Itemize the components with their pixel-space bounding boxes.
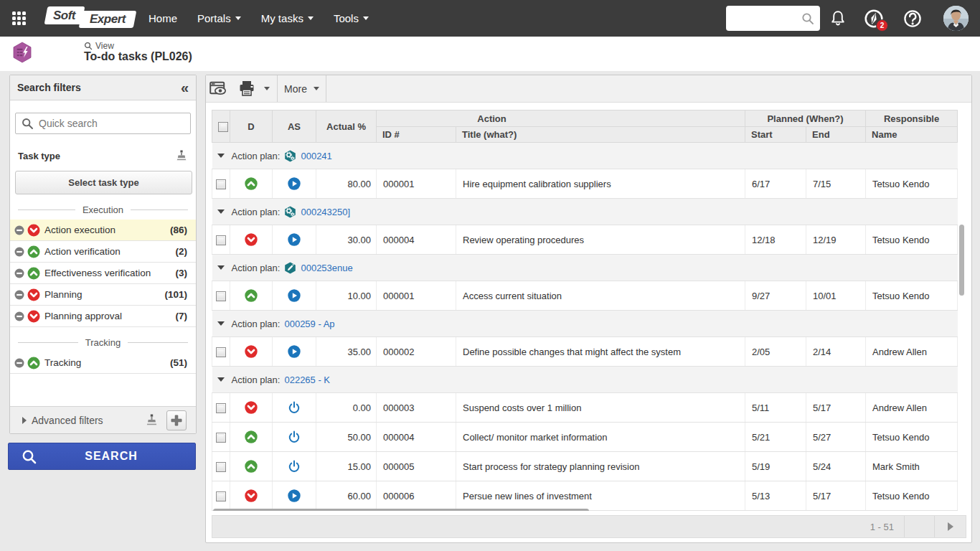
softexpert-logo[interactable]: Soft Expert xyxy=(44,6,136,31)
menu-tools[interactable]: Tools xyxy=(324,1,379,35)
chevron-down-icon xyxy=(314,87,319,90)
filter-item-effectiveness-verification[interactable]: Effectiveness verification (3) xyxy=(10,263,196,284)
collapse-sidebar-button[interactable]: « xyxy=(181,80,187,95)
col-header-actual[interactable]: Actual % xyxy=(316,110,377,143)
action-plan-icon xyxy=(284,150,296,162)
execute-action-icon[interactable] xyxy=(288,489,301,502)
row-checkbox[interactable] xyxy=(216,403,226,413)
action-plan-link[interactable]: 000253enue xyxy=(301,263,352,273)
row-checkbox[interactable] xyxy=(216,235,226,245)
next-page-button[interactable] xyxy=(934,516,966,537)
activate-action-icon[interactable] xyxy=(288,401,301,414)
row-checkbox[interactable] xyxy=(216,433,226,443)
filter-item-planning[interactable]: Planning (101) xyxy=(10,284,196,306)
preview-button[interactable] xyxy=(206,75,230,102)
col-header-start[interactable]: Start xyxy=(745,127,806,143)
advanced-filters-bar: Advanced filters xyxy=(10,406,196,433)
filter-item-tracking[interactable]: Tracking (51) xyxy=(10,352,196,374)
direction-cell xyxy=(230,169,273,199)
end-cell: 5/27 xyxy=(806,423,866,452)
action-status-cell xyxy=(273,337,316,367)
vertical-scrollbar-thumb[interactable] xyxy=(959,225,964,296)
user-avatar[interactable] xyxy=(943,6,969,31)
activate-action-icon[interactable] xyxy=(288,460,301,473)
copilot-button[interactable]: 2 xyxy=(856,0,892,37)
execute-action-icon[interactable] xyxy=(288,289,301,302)
activate-action-icon[interactable] xyxy=(288,430,301,443)
filter-item-planning-approval[interactable]: Planning approval (7) xyxy=(10,306,196,327)
col-header-planned[interactable]: Planned (When?) xyxy=(745,110,866,127)
minus-circle-icon[interactable] xyxy=(14,358,24,368)
minus-circle-icon[interactable] xyxy=(14,225,24,235)
row-checkbox[interactable] xyxy=(216,179,226,189)
col-header-name[interactable]: Name xyxy=(866,127,958,143)
toolbar-separator xyxy=(326,75,326,102)
group-row-content: Action plan: 022265 - K xyxy=(212,375,958,385)
collapse-group-icon[interactable] xyxy=(217,265,225,270)
filter-item-action-execution[interactable]: Action execution (86) xyxy=(10,220,196,241)
more-button[interactable]: More xyxy=(278,75,326,102)
direction-down-icon xyxy=(245,401,258,414)
checkbox-cell xyxy=(212,481,230,511)
action-plan-link[interactable]: 000243250] xyxy=(301,207,350,217)
horizontal-scrollbar-thumb[interactable] xyxy=(213,509,589,511)
task-row: 60.00 000006 Persue new lines of investm… xyxy=(212,481,958,511)
col-header-action[interactable]: Action xyxy=(377,110,745,127)
minus-circle-icon[interactable] xyxy=(14,311,24,321)
advanced-filters-label[interactable]: Advanced filters xyxy=(32,415,146,426)
row-checkbox[interactable] xyxy=(216,347,226,357)
menu-my-tasks[interactable]: My tasks xyxy=(251,1,324,35)
app-launcher-button[interactable] xyxy=(6,6,32,32)
action-plan-link[interactable]: 000259 - Ap xyxy=(284,319,334,329)
col-header-as[interactable]: AS xyxy=(273,110,316,143)
minus-circle-icon[interactable] xyxy=(14,268,24,278)
minus-circle-icon[interactable] xyxy=(14,290,24,300)
action-status-cell xyxy=(273,481,316,511)
collapse-group-icon[interactable] xyxy=(217,209,225,214)
collapse-group-icon[interactable] xyxy=(217,154,225,158)
filter-item-action-verification[interactable]: Action verification (2) xyxy=(10,241,196,263)
row-checkbox[interactable] xyxy=(216,491,226,501)
pagination-bar: 1 - 51 xyxy=(212,515,966,538)
minus-circle-icon[interactable] xyxy=(14,247,24,257)
menu-home[interactable]: Home xyxy=(138,1,187,35)
row-checkbox[interactable] xyxy=(216,462,226,472)
select-task-type-button[interactable]: Select task type xyxy=(15,171,192,194)
quick-search-input[interactable] xyxy=(15,113,191,134)
clear-filter-icon[interactable] xyxy=(176,150,187,161)
action-status-cell xyxy=(273,393,316,423)
main-menu: Home Portals My tasks Tools xyxy=(138,1,379,35)
print-button[interactable] xyxy=(230,75,277,102)
direction-cell xyxy=(230,225,273,255)
action-plan-link[interactable]: 000241 xyxy=(301,151,331,161)
id-cell: 000003 xyxy=(377,393,456,423)
execute-action-icon[interactable] xyxy=(288,233,301,246)
menu-portals[interactable]: Portals xyxy=(187,1,251,35)
collapse-group-icon[interactable] xyxy=(217,377,225,382)
bell-icon xyxy=(829,9,847,28)
divider-label: Execution xyxy=(83,204,123,215)
title-cell: Review operating procedures xyxy=(456,225,745,255)
col-header-d[interactable]: D xyxy=(230,110,273,143)
row-checkbox[interactable] xyxy=(216,291,226,301)
direction-up-icon xyxy=(245,177,258,190)
col-header-id[interactable]: ID # xyxy=(377,127,456,143)
select-all-checkbox[interactable] xyxy=(218,122,228,132)
execute-action-icon[interactable] xyxy=(288,177,301,190)
chevron-down-icon[interactable] xyxy=(264,87,270,90)
collapse-group-icon[interactable] xyxy=(217,321,225,326)
view-search-icon xyxy=(84,42,93,50)
add-filter-button[interactable] xyxy=(166,410,187,430)
execute-action-icon[interactable] xyxy=(288,345,301,358)
notifications-button[interactable] xyxy=(820,0,856,37)
action-plan-link[interactable]: 022265 - K xyxy=(284,375,330,385)
col-header-responsible[interactable]: Responsible xyxy=(866,110,958,127)
col-header-title[interactable]: Title (what?) xyxy=(456,127,745,143)
clear-filter-icon[interactable] xyxy=(146,414,158,426)
expand-arrow-icon[interactable] xyxy=(22,417,27,424)
search-button[interactable]: SEARCH xyxy=(8,443,196,470)
id-cell: 000005 xyxy=(377,452,456,481)
checkbox-cell xyxy=(212,225,230,255)
help-button[interactable] xyxy=(892,0,933,37)
col-header-end[interactable]: End xyxy=(806,127,866,143)
